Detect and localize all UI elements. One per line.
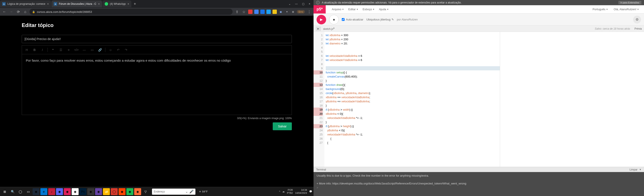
taskbar-search[interactable]: Endereço ⌄ 🎤 xyxy=(152,188,196,195)
mic-icon[interactable]: 🎤 xyxy=(189,189,194,193)
forward-button[interactable]: → xyxy=(9,9,14,14)
auto-refresh-checkbox[interactable] xyxy=(342,18,344,21)
tray-chevron-icon[interactable]: ^ xyxy=(279,190,280,193)
share-icon[interactable]: ⇪ xyxy=(234,9,240,14)
grid-icon[interactable]: ⊞ xyxy=(291,10,295,14)
error-badge[interactable]: Erro xyxy=(297,10,305,14)
list-ol-icon[interactable]: ≡ xyxy=(66,47,71,52)
search-icon[interactable]: 🔍 xyxy=(9,188,16,195)
redo-icon[interactable]: ↷ xyxy=(124,47,129,52)
info-icon: i xyxy=(316,1,320,4)
code-icon[interactable]: </> xyxy=(74,47,79,52)
close-window-icon[interactable]: × xyxy=(309,3,310,6)
language-indicator[interactable]: POR PTB2 xyxy=(287,188,293,194)
app-icon[interactable]: ♪ xyxy=(48,188,55,195)
app-icon[interactable]: ◯ xyxy=(111,188,118,195)
extension-icon[interactable] xyxy=(272,10,277,14)
app-icon[interactable]: ◉ xyxy=(118,188,126,195)
chevron-down-icon[interactable]: ⌄ xyxy=(288,3,291,6)
menu-editar[interactable]: Editar▼ xyxy=(346,7,360,12)
close-icon[interactable]: × xyxy=(128,2,129,6)
settings-button[interactable]: ⚙ xyxy=(633,16,641,24)
stop-button[interactable]: ■ xyxy=(329,15,339,24)
hr-icon[interactable]: — xyxy=(82,47,87,52)
menu-right: Português▼ Olá, AlanoRutzen!▼ xyxy=(591,7,644,12)
start-button[interactable]: ⊞ xyxy=(1,188,8,195)
language-selector[interactable]: Português▼ xyxy=(591,7,610,12)
bold-icon[interactable]: B xyxy=(32,47,37,52)
auto-refresh-toggle[interactable]: Auto-atualizar xyxy=(342,18,363,21)
app-icon[interactable]: ◉ xyxy=(134,188,141,195)
puzzle-icon[interactable]: ✦ xyxy=(285,10,289,14)
back-button[interactable]: ← xyxy=(2,9,7,14)
chrome-icon[interactable]: ◉ xyxy=(72,188,78,195)
code-editor[interactable]: let xBolinha = 300let yBolinha = 200let … xyxy=(324,32,500,167)
app-icon[interactable]: ◉ xyxy=(95,188,102,195)
extension-icon[interactable] xyxy=(248,10,252,14)
clock[interactable]: 14:34 14/04/2023 xyxy=(295,188,307,194)
menu-esboco[interactable]: Esboço▼ xyxy=(361,7,376,12)
photoshop-icon[interactable]: Ps xyxy=(80,188,86,195)
explorer-icon[interactable]: 📁 xyxy=(103,188,110,195)
cast-icon[interactable]: ▣ xyxy=(278,10,283,14)
menu-ajuda[interactable]: Ajuda▼ xyxy=(377,7,390,12)
spotify-icon[interactable]: ◉ xyxy=(126,188,133,195)
link-icon[interactable]: 🔗 xyxy=(97,47,102,52)
extension-icon[interactable] xyxy=(254,10,258,14)
home-button[interactable]: ⌂ xyxy=(22,9,28,14)
list-ul-icon[interactable]: ☰ xyxy=(58,47,64,52)
editor-textarea[interactable]: Por favor, como faço para resolver esses… xyxy=(22,54,292,115)
browser-tab[interactable]: aLógica de programação: comece× xyxy=(0,1,51,8)
clear-button[interactable]: Limpar xyxy=(630,168,638,171)
discord-icon[interactable]: ◉ xyxy=(56,188,63,195)
caret-icon: ▼ xyxy=(606,8,608,11)
extension-icon[interactable] xyxy=(260,10,265,14)
sidebar-toggle[interactable]: ▶ xyxy=(316,27,321,31)
terminal-output[interactable]: Usually this is due to a typo. Check the… xyxy=(314,172,644,196)
file-name[interactable]: sketch.js● xyxy=(323,27,334,31)
play-button[interactable]: ▶ xyxy=(316,15,326,24)
menu-icon[interactable]: ⋮ xyxy=(306,9,312,14)
heading-icon[interactable]: H xyxy=(24,47,29,52)
browser-tab[interactable]: aFórum de Discussões | Alura - C× xyxy=(52,1,102,8)
page-title: Editar tópico xyxy=(22,22,292,28)
maximize-icon[interactable]: ▢ xyxy=(302,3,304,6)
dropdown-icon: ⌄ xyxy=(185,189,188,193)
browser-tab[interactable]: (4) WhatsApp× xyxy=(102,1,132,8)
quote-icon[interactable]: ❝ xyxy=(50,47,56,52)
menu-arquivo[interactable]: Arquivo▼ xyxy=(330,7,346,12)
minimize-icon[interactable]: — xyxy=(295,3,298,6)
onedrive-icon[interactable]: ☁ xyxy=(282,190,285,193)
new-tab-button[interactable]: + xyxy=(132,1,138,7)
sketch-name[interactable]: Ubiquitous jitterbug ✎ xyxy=(366,18,394,21)
steam-icon[interactable]: ◉ xyxy=(32,188,40,195)
save-button[interactable]: Salvar xyxy=(273,122,292,130)
weather-widget[interactable]: ☀ 84°F xyxy=(199,190,208,193)
obs-icon[interactable]: ◉ xyxy=(87,188,94,195)
user-menu[interactable]: Olá, AlanoRutzen!▼ xyxy=(612,7,641,12)
image-icon[interactable]: ▭ xyxy=(90,47,95,52)
close-icon[interactable]: × xyxy=(98,2,100,6)
terminal-prompt: > xyxy=(316,186,641,190)
tray-expand-icon[interactable]: ▽ xyxy=(142,188,149,195)
url-text: cursos.alura.com.br/forum/topic/edit/288… xyxy=(37,10,92,14)
p5-logo[interactable]: p5* xyxy=(314,5,326,14)
app-icon[interactable]: ◉ xyxy=(64,188,71,195)
taskview-icon[interactable]: ◯ xyxy=(17,188,24,195)
url-input[interactable]: 🔒 cursos.alura.com.br/forum/topic/edit/2… xyxy=(30,9,232,15)
star-icon[interactable]: ☆ xyxy=(241,9,246,14)
notifications-icon[interactable]: 💬 xyxy=(309,190,312,193)
extension-icon[interactable] xyxy=(266,10,271,14)
topic-title-input[interactable] xyxy=(22,35,292,43)
pencil-icon[interactable]: ✎ xyxy=(392,18,394,21)
edge-icon[interactable]: e xyxy=(40,188,47,195)
chevron-down-icon[interactable]: ▼ xyxy=(639,168,642,171)
tab-title: Fórum de Discussões | Alura - C xyxy=(59,3,96,6)
italic-icon[interactable]: I xyxy=(40,47,45,52)
goto-extensions-button[interactable]: Ir para Extensões xyxy=(618,1,642,4)
close-icon[interactable]: × xyxy=(47,2,49,6)
reload-button[interactable]: ⟳ xyxy=(16,9,21,14)
widgets-icon[interactable]: ▭ xyxy=(25,188,32,195)
undo-icon[interactable]: ↶ xyxy=(116,47,121,52)
emoji-icon[interactable]: ☺ xyxy=(108,47,113,52)
